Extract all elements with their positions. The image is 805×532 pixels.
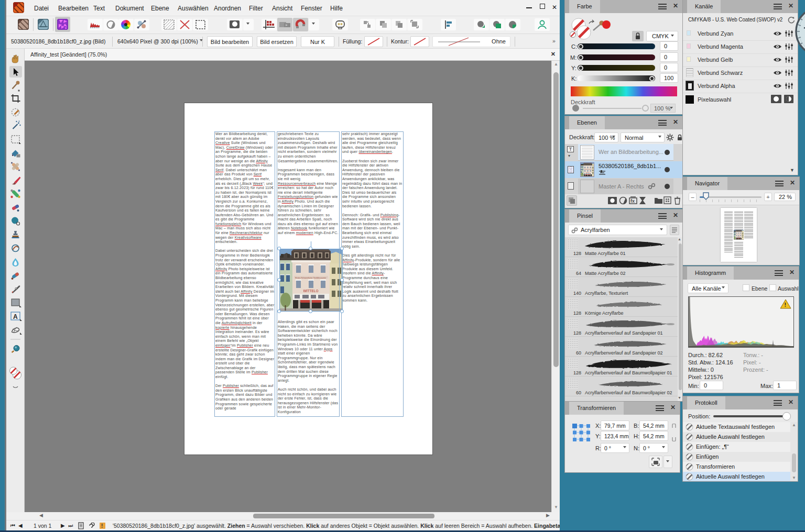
svg-text:!: !: [785, 302, 787, 308]
svg-text:fx: fx: [630, 198, 635, 204]
svg-text:A: A: [13, 313, 18, 320]
svg-text:!: !: [101, 523, 103, 529]
